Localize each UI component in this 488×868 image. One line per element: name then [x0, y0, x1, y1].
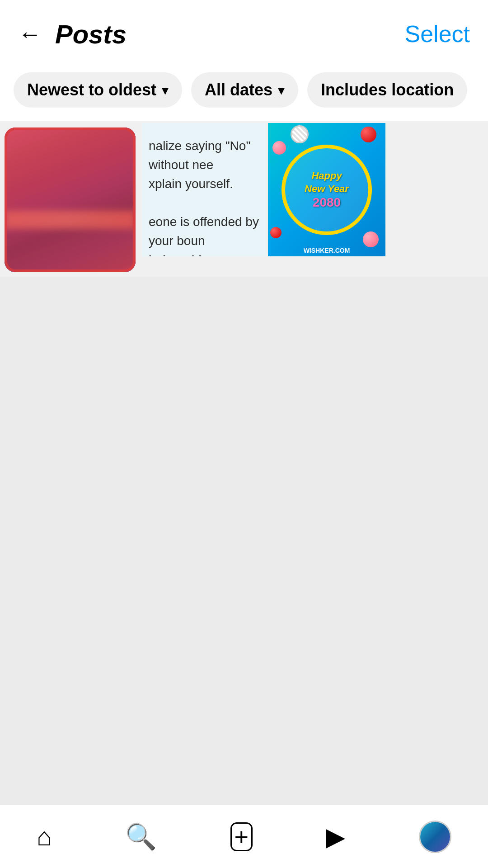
decoration-ball [291, 125, 309, 143]
page-title: Posts [55, 19, 127, 49]
nav-profile[interactable] [410, 816, 460, 858]
decoration-ball [270, 227, 282, 238]
filter-bar: Newest to oldest ▾ All dates ▾ Includes … [0, 63, 488, 121]
nav-reels[interactable]: ▶ [317, 820, 354, 854]
decoration-ball [361, 127, 376, 142]
nav-home[interactable]: ⌂ [28, 820, 61, 854]
bottom-nav: ⌂ 🔍 + ▶ [0, 805, 488, 868]
decoration-ball [272, 141, 286, 155]
search-icon: 🔍 [125, 824, 157, 849]
post-item[interactable]: HappyNew Year 2080 WISHKER.COM [268, 123, 385, 256]
hny-content: HappyNew Year 2080 WISHKER.COM [268, 123, 385, 256]
date-filter-label: All dates [205, 80, 272, 99]
avatar [419, 821, 451, 853]
header: ← Posts Select [0, 0, 488, 63]
decoration-ball [363, 231, 379, 247]
hny-badge: WISHKER.COM [268, 247, 385, 254]
hny-greeting: HappyNew Year [305, 170, 349, 195]
home-icon: ⌂ [37, 824, 52, 849]
location-filter-label: Includes location [321, 80, 454, 99]
nav-create[interactable]: + [221, 818, 262, 856]
location-filter-chip[interactable]: Includes location [307, 72, 467, 108]
post-text-content: nalize saying "No" without nee xplain yo… [142, 123, 266, 256]
back-button[interactable]: ← [18, 22, 42, 46]
content-area [0, 277, 488, 835]
posts-row: nalize saying "No" without nee xplain yo… [0, 123, 488, 277]
hny-circle: HappyNew Year 2080 [282, 145, 372, 235]
post-item[interactable] [5, 127, 136, 272]
nav-search[interactable]: 🔍 [116, 820, 166, 854]
hny-year: 2080 [313, 195, 341, 210]
sort-filter-label: Newest to oldest [27, 80, 156, 99]
avatar-image [420, 822, 450, 852]
date-filter-chip[interactable]: All dates ▾ [191, 72, 298, 108]
header-left: ← Posts [18, 19, 127, 49]
sort-filter-arrow: ▾ [162, 82, 169, 98]
post-item[interactable]: nalize saying "No" without nee xplain yo… [142, 123, 266, 256]
sort-filter-chip[interactable]: Newest to oldest ▾ [14, 72, 182, 108]
date-filter-arrow: ▾ [278, 82, 285, 98]
select-button[interactable]: Select [404, 20, 470, 47]
create-icon: + [230, 822, 253, 851]
reels-icon: ▶ [326, 824, 345, 849]
selected-overlay [5, 127, 136, 272]
